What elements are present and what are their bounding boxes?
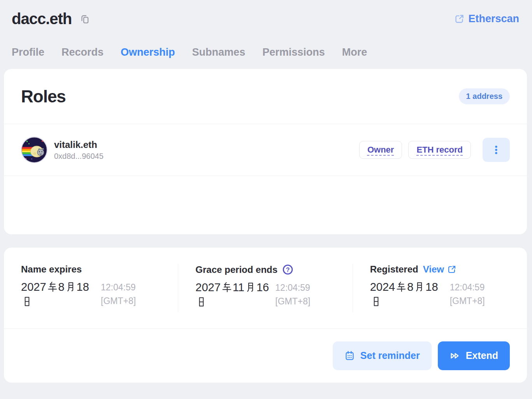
expiry-actions: Set reminder Extend [4,329,527,383]
tab-permissions[interactable]: Permissions [262,46,325,58]
member-address: 0xd8d...96045 [54,152,104,161]
kanji-year-glyph [396,281,406,292]
name-expires-title: Name expires [21,264,82,275]
external-link-icon [447,265,457,274]
grace-period-time: 12:04:59 [GMT+8] [275,280,310,310]
grace-period-section: Grace period ends ? 20271116 12:04:59 [G… [178,264,352,312]
registered-time: 12:04:59 [GMT+8] [450,279,485,309]
copy-icon [79,14,90,25]
tab-records[interactable]: Records [61,46,104,58]
registered-title: Registered [370,264,418,275]
kanji-day-glyph [371,296,381,307]
kanji-month-glyph [414,281,425,292]
page-title: dacc.eth [12,10,72,28]
svg-text:?: ? [286,267,290,273]
set-reminder-label: Set reminder [360,350,420,361]
tab-profile[interactable]: Profile [12,46,44,58]
extend-label: Extend [466,350,498,361]
grace-period-date: 20271116 [195,280,275,310]
question-mark-icon[interactable]: ? [282,264,293,275]
tab-subnames[interactable]: Subnames [192,46,246,58]
role-member-row: vitalik.eth 0xd8d...96045 Owner ETH reco… [4,124,527,176]
tab-ownership[interactable]: Ownership [121,46,175,58]
kanji-month-glyph [245,282,256,292]
grace-period-title: Grace period ends [195,264,277,275]
roles-card: Roles 1 address [4,69,527,234]
vertical-dots-icon [491,145,501,155]
member-menu-button[interactable] [483,138,510,162]
expiry-card: Name expires 2027818 12:04:59 [GMT+8] Gr… [4,248,527,383]
registered-section: Registered View 2024818 1 [353,264,527,312]
registered-date: 2024818 [370,279,450,309]
fast-forward-icon [449,350,460,361]
kanji-day-glyph [22,296,32,307]
external-link-icon [454,14,465,24]
kanji-day-glyph [196,297,207,307]
page: dacc.eth Etherscan Profile [0,0,532,383]
avatar [21,137,47,163]
name-expires-date: 2027818 [21,279,101,309]
calendar-icon [344,350,355,361]
view-registration-link[interactable]: View [423,264,457,275]
roles-empty-area [4,176,527,234]
set-reminder-button[interactable]: Set reminder [333,341,432,370]
header: dacc.eth Etherscan [4,9,527,28]
tab-more[interactable]: More [342,46,367,58]
kanji-year-glyph [221,282,232,292]
view-link-label: View [423,264,444,275]
roles-title: Roles [21,87,66,106]
member-name: vitalik.eth [54,139,104,150]
kanji-month-glyph [65,281,76,292]
etherscan-link[interactable]: Etherscan [454,13,519,25]
owner-tag-button[interactable]: Owner [359,141,402,159]
name-expires-time: 12:04:59 [GMT+8] [101,279,136,309]
copy-button[interactable] [79,13,91,25]
etherscan-label: Etherscan [468,13,519,25]
extend-button[interactable]: Extend [438,341,510,370]
kanji-year-glyph [47,281,58,292]
tab-bar: Profile Records Ownership Subnames Permi… [4,46,527,58]
name-expires-section: Name expires 2027818 12:04:59 [GMT+8] [4,264,178,312]
eth-record-tag-button[interactable]: ETH record [408,141,471,159]
address-count-badge: 1 address [459,88,510,104]
